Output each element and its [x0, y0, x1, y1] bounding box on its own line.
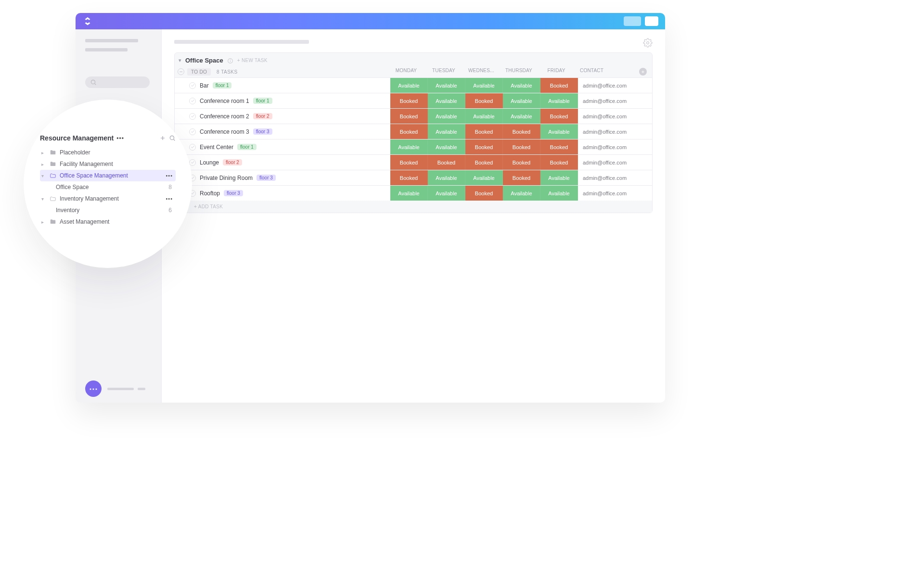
- floor-tag[interactable]: floor 3: [257, 175, 276, 181]
- task-name[interactable]: Conference room 3: [200, 128, 249, 135]
- status-cell-tue[interactable]: Available: [428, 78, 465, 93]
- status-cell-thu[interactable]: Available: [503, 93, 540, 108]
- task-cell[interactable]: Conference room 1floor 1: [175, 93, 390, 108]
- checkmark-icon[interactable]: [189, 144, 196, 151]
- sidebar-item-office-space-management[interactable]: ▾Office Space Management•••: [40, 170, 176, 181]
- contact-cell[interactable]: admin@office.com: [578, 144, 640, 150]
- status-cell-fri[interactable]: Booked: [540, 140, 578, 154]
- status-cell-wed[interactable]: Booked: [465, 140, 503, 154]
- sidebar-item-more[interactable]: •••: [166, 173, 173, 178]
- status-cell-mon[interactable]: Booked: [390, 109, 428, 124]
- task-cell[interactable]: Event Centerfloor 1: [175, 140, 390, 154]
- contact-cell[interactable]: admin@office.com: [578, 83, 640, 89]
- status-cell-tue[interactable]: Available: [428, 186, 465, 201]
- brand-logo[interactable]: [82, 16, 93, 26]
- sidebar-item-inventory[interactable]: Inventory6: [40, 204, 176, 216]
- status-cell-thu[interactable]: Booked: [503, 124, 540, 139]
- task-cell[interactable]: Conference room 2floor 2: [175, 109, 390, 124]
- table-row[interactable]: Barfloor 1AvailableAvailableAvailableAva…: [175, 77, 652, 93]
- floor-tag[interactable]: floor 3: [224, 190, 243, 196]
- status-cell-fri[interactable]: Booked: [540, 109, 578, 124]
- status-cell-fri[interactable]: Available: [540, 170, 578, 185]
- status-cell-fri[interactable]: Booked: [540, 78, 578, 93]
- table-row[interactable]: Conference room 3floor 3BookedAvailableB…: [175, 124, 652, 139]
- task-name[interactable]: Event Center: [200, 144, 233, 151]
- status-cell-fri[interactable]: Available: [540, 124, 578, 139]
- table-row[interactable]: Rooftopfloor 3AvailableAvailableBookedAv…: [175, 185, 652, 201]
- status-cell-wed[interactable]: Booked: [465, 93, 503, 108]
- floor-tag[interactable]: floor 1: [253, 98, 272, 104]
- col-header-friday[interactable]: FRIDAY: [538, 68, 575, 76]
- checkmark-icon[interactable]: [189, 128, 196, 135]
- workspace-add-button[interactable]: [159, 135, 166, 141]
- col-header-contact[interactable]: CONTACT: [575, 68, 637, 76]
- status-cell-tue[interactable]: Booked: [428, 155, 465, 170]
- checkmark-icon[interactable]: [189, 159, 196, 166]
- add-task-button[interactable]: + ADD TASK: [175, 201, 652, 213]
- task-name[interactable]: Lounge: [200, 159, 219, 166]
- task-name[interactable]: Private Dining Room: [200, 175, 253, 181]
- settings-button[interactable]: [643, 38, 653, 50]
- chat-launcher[interactable]: ⋯: [85, 381, 102, 397]
- status-cell-mon[interactable]: Booked: [390, 124, 428, 139]
- status-cell-mon[interactable]: Available: [390, 78, 428, 93]
- floor-tag[interactable]: floor 3: [253, 128, 272, 135]
- status-cell-tue[interactable]: Available: [428, 93, 465, 108]
- table-row[interactable]: Conference room 2floor 2BookedAvailableA…: [175, 108, 652, 124]
- sidebar-item-more[interactable]: •••: [166, 196, 173, 202]
- status-cell-wed[interactable]: Booked: [465, 155, 503, 170]
- task-name[interactable]: Bar: [200, 82, 209, 89]
- contact-cell[interactable]: admin@office.com: [578, 175, 640, 181]
- contact-cell[interactable]: admin@office.com: [578, 190, 640, 196]
- status-cell-thu[interactable]: Booked: [503, 170, 540, 185]
- status-cell-fri[interactable]: Booked: [540, 155, 578, 170]
- chevron-down-icon[interactable]: ▾: [41, 196, 46, 202]
- contact-cell[interactable]: admin@office.com: [578, 98, 640, 104]
- search-input[interactable]: [85, 76, 150, 88]
- status-cell-mon[interactable]: Booked: [390, 155, 428, 170]
- status-cell-thu[interactable]: Available: [503, 109, 540, 124]
- status-cell-mon[interactable]: Booked: [390, 170, 428, 185]
- task-name[interactable]: Rooftop: [200, 190, 220, 197]
- col-header-thursday[interactable]: THURSDAY: [500, 68, 538, 76]
- table-row[interactable]: Loungefloor 2BookedBookedBookedBookedBoo…: [175, 154, 652, 170]
- floor-tag[interactable]: floor 1: [237, 144, 257, 150]
- contact-cell[interactable]: admin@office.com: [578, 114, 640, 119]
- checkmark-icon[interactable]: [189, 113, 196, 120]
- chevron-right-icon[interactable]: ▸: [41, 162, 46, 167]
- checkmark-icon[interactable]: [189, 82, 196, 89]
- table-row[interactable]: Event Centerfloor 1AvailableAvailableBoo…: [175, 139, 652, 154]
- status-cell-tue[interactable]: Available: [428, 124, 465, 139]
- status-cell-wed[interactable]: Available: [465, 109, 503, 124]
- sidebar-item-office-space[interactable]: Office Space8: [40, 181, 176, 193]
- add-column-button[interactable]: +: [639, 68, 647, 76]
- contact-cell[interactable]: admin@office.com: [578, 160, 640, 165]
- list-collapse-toggle[interactable]: ▾: [179, 57, 181, 63]
- new-task-button[interactable]: + NEW TASK: [237, 58, 268, 63]
- status-cell-mon[interactable]: Booked: [390, 93, 428, 108]
- status-group-toggle[interactable]: −: [178, 68, 184, 75]
- chevron-right-icon[interactable]: ▸: [41, 150, 46, 155]
- contact-cell[interactable]: admin@office.com: [578, 129, 640, 135]
- workspace-title[interactable]: Resource Management: [40, 134, 114, 142]
- workspace-search-button[interactable]: [169, 135, 176, 141]
- status-cell-tue[interactable]: Available: [428, 140, 465, 154]
- sidebar-item-inventory-management[interactable]: ▾Inventory Management•••: [40, 193, 176, 204]
- floor-tag[interactable]: floor 2: [223, 159, 242, 165]
- status-cell-wed[interactable]: Available: [465, 78, 503, 93]
- workspace-more-button[interactable]: •••: [116, 135, 124, 141]
- status-cell-mon[interactable]: Available: [390, 140, 428, 154]
- status-cell-wed[interactable]: Booked: [465, 186, 503, 201]
- info-icon[interactable]: [227, 57, 233, 63]
- task-cell[interactable]: Barfloor 1: [175, 78, 390, 93]
- status-cell-thu[interactable]: Available: [503, 78, 540, 93]
- task-name[interactable]: Conference room 2: [200, 113, 249, 120]
- sidebar-item-facility-management[interactable]: ▸Facility Management•••: [40, 158, 176, 170]
- status-cell-thu[interactable]: Booked: [503, 140, 540, 154]
- col-header-wednesday[interactable]: WEDNES...: [462, 68, 500, 76]
- table-row[interactable]: Conference room 1floor 1BookedAvailableB…: [175, 93, 652, 108]
- col-header-tuesday[interactable]: TUESDAY: [425, 68, 462, 76]
- status-cell-fri[interactable]: Available: [540, 93, 578, 108]
- status-cell-thu[interactable]: Available: [503, 186, 540, 201]
- sidebar-item-placeholder[interactable]: ▸Placeholder•••: [40, 147, 176, 158]
